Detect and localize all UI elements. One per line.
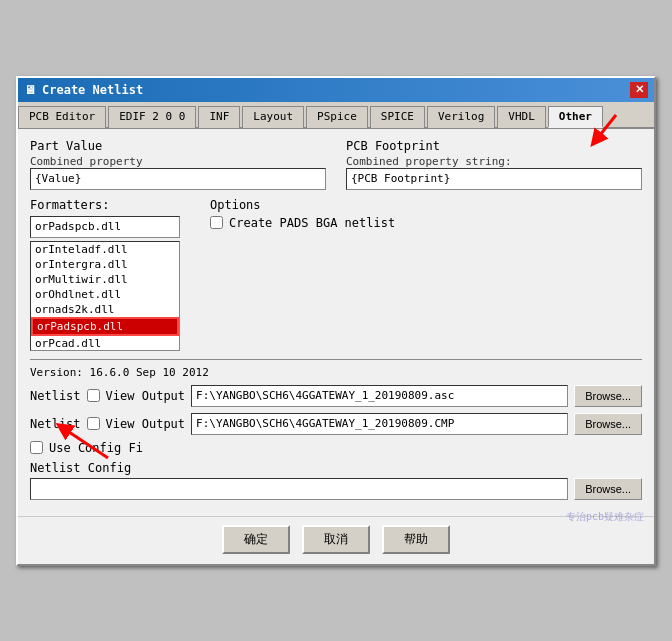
browse-button-3[interactable]: Browse... <box>574 478 642 500</box>
list-item-selected[interactable]: orPadspcb.dll <box>31 317 179 336</box>
create-pads-label: Create PADS BGA netlist <box>229 216 395 230</box>
pcb-footprint-input[interactable] <box>346 168 642 190</box>
tab-pspice[interactable]: PSpice <box>306 106 368 128</box>
list-item[interactable]: ornads2k.dll <box>31 302 179 317</box>
formatters-listbox[interactable]: orInteladf.dll orIntergra.dll orMultiwir… <box>30 241 180 351</box>
tab-inf[interactable]: INF <box>198 106 240 128</box>
formatters-section: Formatters: orInteladf.dll orIntergra.dl… <box>30 198 190 351</box>
use-config-checkbox[interactable] <box>30 441 43 454</box>
tab-other[interactable]: Other <box>548 106 603 128</box>
create-netlist-window: 🖥 Create Netlist ✕ PCB Editor EDIF 2 0 0… <box>16 76 656 566</box>
list-item[interactable]: orMultiwir.dll <box>31 272 179 287</box>
use-config-label: Use Config Fi <box>49 441 143 455</box>
tab-layout[interactable]: Layout <box>242 106 304 128</box>
tab-edif[interactable]: EDIF 2 0 0 <box>108 106 196 128</box>
pcb-footprint-sublabel: Combined property string: <box>346 155 642 168</box>
netlist-row-2: Netlist View Output Browse... <box>30 413 642 435</box>
part-value-sublabel: Combined property <box>30 155 326 168</box>
close-button[interactable]: ✕ <box>630 82 648 98</box>
options-label: Options <box>210 198 642 212</box>
list-item[interactable]: orPcad.dll <box>31 336 179 351</box>
window-icon: 🖥 <box>24 83 36 97</box>
version-text: Version: 16.6.0 Sep 10 2012 <box>30 366 642 379</box>
netlist-label-1: Netlist <box>30 389 81 403</box>
tab-content: Part Value Combined property PCB Footpri… <box>18 129 654 516</box>
options-section: Options Create PADS BGA netlist <box>210 198 642 236</box>
list-item[interactable]: orIntergra.dll <box>31 257 179 272</box>
pcb-footprint-label: PCB Footprint <box>346 139 642 153</box>
netlist-config-section: Netlist Config Browse... <box>30 461 642 500</box>
part-value-label: Part Value <box>30 139 326 153</box>
formatters-label: Formatters: <box>30 198 190 212</box>
part-value-section: Part Value Combined property <box>30 139 326 190</box>
create-pads-checkbox[interactable] <box>210 216 223 229</box>
window-title: Create Netlist <box>42 83 143 97</box>
netlist-config-input[interactable] <box>30 478 568 500</box>
view-output-checkbox-1[interactable] <box>87 389 100 402</box>
tab-spice[interactable]: SPICE <box>370 106 425 128</box>
tab-vhdl[interactable]: VHDL <box>497 106 546 128</box>
ok-button[interactable]: 确定 <box>222 525 290 554</box>
view-output-label-2: View Output <box>106 417 185 431</box>
part-value-input[interactable] <box>30 168 326 190</box>
use-config-row: Use Config Fi <box>30 441 642 455</box>
view-output-checkbox-2[interactable] <box>87 417 100 430</box>
netlist-label-2: Netlist <box>30 417 81 431</box>
tabs-bar: PCB Editor EDIF 2 0 0 INF Layout PSpice … <box>18 102 654 129</box>
title-bar: 🖥 Create Netlist ✕ <box>18 78 654 102</box>
cancel-button[interactable]: 取消 <box>302 525 370 554</box>
tab-verilog[interactable]: Verilog <box>427 106 495 128</box>
view-output-label-1: View Output <box>106 389 185 403</box>
bottom-buttons: 确定 取消 帮助 <box>18 516 654 564</box>
help-button[interactable]: 帮助 <box>382 525 450 554</box>
tab-pcb-editor[interactable]: PCB Editor <box>18 106 106 128</box>
netlist-file-input-2[interactable] <box>191 413 568 435</box>
list-item[interactable]: orOhdlnet.dll <box>31 287 179 302</box>
netlist-file-input-1[interactable] <box>191 385 568 407</box>
formatters-input[interactable] <box>30 216 180 238</box>
pcb-footprint-section: PCB Footprint Combined property string: <box>346 139 642 190</box>
list-item[interactable]: orInteladf.dll <box>31 242 179 257</box>
netlist-row-1: Netlist View Output Browse... <box>30 385 642 407</box>
netlist-config-label: Netlist Config <box>30 461 642 475</box>
browse-button-2[interactable]: Browse... <box>574 413 642 435</box>
browse-button-1[interactable]: Browse... <box>574 385 642 407</box>
